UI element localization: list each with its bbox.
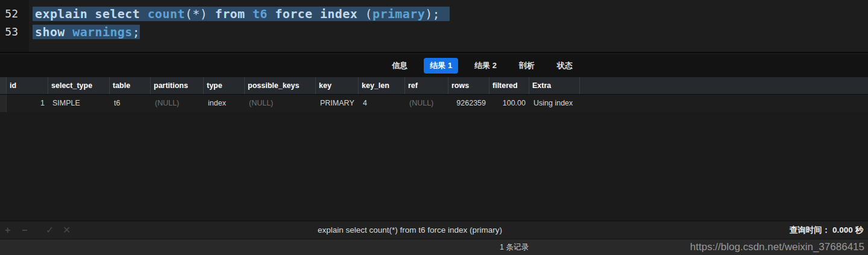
column-header-select_type[interactable]: select_type bbox=[48, 77, 110, 94]
cell-possible_keys[interactable]: (NULL) bbox=[245, 95, 316, 112]
delete-record-icon[interactable]: − bbox=[22, 225, 39, 236]
column-header-id[interactable]: id bbox=[7, 77, 48, 94]
token: show bbox=[35, 25, 65, 39]
column-header-table[interactable]: table bbox=[110, 77, 151, 94]
token: ) bbox=[425, 7, 432, 21]
tab-info[interactable]: 信息 bbox=[386, 58, 414, 74]
code-line-51[interactable]: 51 bbox=[0, 0, 868, 5]
record-count-label: 1 条记录 bbox=[500, 239, 529, 255]
token bbox=[245, 7, 252, 21]
selection-highlight: show warnings; bbox=[33, 25, 140, 39]
watermark-url: https://blog.csdn.net/weixin_37686415 bbox=[690, 241, 864, 253]
line-number: 52 bbox=[0, 5, 24, 23]
token: explain bbox=[35, 7, 87, 21]
column-header-possible_keys[interactable]: possible_keys bbox=[245, 77, 316, 94]
executed-statement-text: explain select count(*) from t6 force in… bbox=[318, 221, 502, 239]
token bbox=[357, 7, 365, 21]
record-toolbar: +−✓✕ explain select count(*) from t6 for… bbox=[0, 221, 868, 239]
token: from bbox=[215, 7, 245, 21]
column-header-partitions[interactable]: partitions bbox=[151, 77, 204, 94]
token: ; bbox=[133, 25, 140, 39]
code-line-53[interactable]: 53show warnings; bbox=[0, 23, 868, 41]
token: force bbox=[275, 7, 312, 21]
tab-result-2[interactable]: 结果 2 bbox=[468, 58, 503, 74]
result-tabgroup: 信息结果 1结果 2剖析状态 bbox=[386, 58, 579, 74]
token: index bbox=[320, 7, 357, 21]
token bbox=[207, 7, 215, 21]
tab-result-1[interactable]: 结果 1 bbox=[424, 58, 458, 74]
add-record-icon[interactable]: + bbox=[5, 225, 22, 236]
token bbox=[140, 7, 147, 21]
selection-highlight: explain select count(*) from t6 force in… bbox=[33, 7, 450, 21]
token bbox=[65, 25, 72, 39]
cell-type[interactable]: index bbox=[204, 95, 245, 112]
token: t6 bbox=[253, 7, 268, 21]
code-line-52[interactable]: 52explain select count(*) from t6 force … bbox=[0, 5, 868, 23]
tab-status[interactable]: 状态 bbox=[551, 58, 579, 74]
cell-key[interactable]: PRIMARY bbox=[316, 95, 359, 112]
sql-editor[interactable]: 5152explain select count(*) from t6 forc… bbox=[0, 0, 868, 53]
token: select bbox=[95, 7, 140, 21]
cell-table[interactable]: t6 bbox=[110, 95, 151, 112]
token bbox=[312, 7, 319, 21]
column-header-key_len[interactable]: key_len bbox=[359, 77, 405, 94]
grid-body: 1SIMPLEt6(NULL)index(NULL)PRIMARY4(NULL)… bbox=[0, 95, 868, 112]
token: warnings bbox=[72, 25, 133, 39]
line-number: 53 bbox=[0, 23, 24, 41]
token: ( bbox=[365, 7, 373, 21]
token bbox=[268, 7, 275, 21]
query-time-label: 查询时间： 0.000 秒 bbox=[790, 221, 863, 239]
column-header-rows[interactable]: rows bbox=[448, 77, 489, 94]
column-header-type[interactable]: type bbox=[204, 77, 245, 94]
apply-changes-icon[interactable]: ✓ bbox=[46, 224, 63, 236]
query-editor-window: 5152explain select count(*) from t6 forc… bbox=[0, 0, 868, 255]
grid-header-row: idselect_typetablepartitionstypepossible… bbox=[0, 77, 868, 95]
cell-filtered[interactable]: 100.00 bbox=[489, 95, 529, 112]
record-toolbar-icons: +−✓✕ bbox=[5, 221, 80, 239]
result-grid[interactable]: idselect_typetablepartitionstypepossible… bbox=[0, 77, 868, 221]
column-header-ref[interactable]: ref bbox=[405, 77, 448, 94]
cell-Extra[interactable]: Using index bbox=[529, 95, 580, 112]
column-header-filtered[interactable]: filtered bbox=[489, 77, 529, 94]
token: count bbox=[148, 7, 185, 21]
result-tabbar: 信息结果 1结果 2剖析状态 bbox=[0, 54, 868, 77]
cell-rows[interactable]: 9262359 bbox=[448, 95, 489, 112]
discard-changes-icon[interactable]: ✕ bbox=[63, 224, 80, 236]
token: primary bbox=[373, 7, 425, 21]
cell-row-indicator[interactable] bbox=[0, 95, 7, 112]
line-number: 51 bbox=[0, 0, 24, 5]
column-header-Extra[interactable]: Extra bbox=[529, 77, 580, 94]
code-text: explain select count(*) from t6 force in… bbox=[24, 5, 450, 23]
column-header-key[interactable]: key bbox=[316, 77, 359, 94]
code-text bbox=[24, 0, 35, 5]
token: ; bbox=[433, 7, 440, 21]
editor-lines: 5152explain select count(*) from t6 forc… bbox=[0, 0, 868, 41]
table-row[interactable]: 1SIMPLEt6(NULL)index(NULL)PRIMARY4(NULL)… bbox=[0, 95, 868, 112]
column-header-row-indicator[interactable] bbox=[0, 77, 7, 94]
cell-partitions[interactable]: (NULL) bbox=[151, 95, 204, 112]
cell-id[interactable]: 1 bbox=[7, 95, 48, 112]
column-header-filler bbox=[580, 77, 868, 94]
token: ) bbox=[200, 7, 207, 21]
cell-ref[interactable]: (NULL) bbox=[405, 95, 448, 112]
cell-key_len[interactable]: 4 bbox=[359, 95, 405, 112]
cell-select_type[interactable]: SIMPLE bbox=[48, 95, 110, 112]
token bbox=[87, 7, 95, 21]
code-text: show warnings; bbox=[24, 23, 140, 41]
token: * bbox=[192, 7, 200, 21]
tab-profile[interactable]: 剖析 bbox=[513, 58, 541, 74]
token: ( bbox=[185, 7, 192, 21]
